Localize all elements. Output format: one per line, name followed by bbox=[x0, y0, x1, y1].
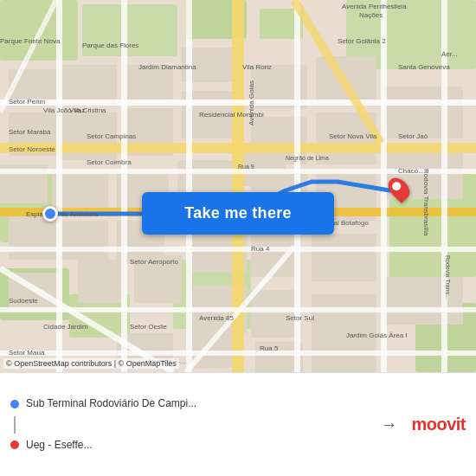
svg-text:Setor Noroeste: Setor Noroeste bbox=[9, 145, 55, 153]
svg-text:Parque das Flores: Parque das Flores bbox=[82, 42, 138, 49]
svg-text:Sudoeste: Sudoeste bbox=[9, 297, 38, 305]
svg-text:Nações: Nações bbox=[359, 11, 383, 19]
moovit-logo: moovit bbox=[411, 415, 466, 434]
origin-dot bbox=[10, 400, 19, 408]
take-me-there-label: Take me there bbox=[184, 204, 292, 222]
svg-rect-59 bbox=[121, 0, 127, 372]
svg-rect-55 bbox=[0, 247, 476, 252]
svg-text:Setor Oeste: Setor Oeste bbox=[130, 323, 167, 331]
svg-text:Cidade Jardim: Cidade Jardim bbox=[43, 323, 88, 331]
svg-text:Setor Perim: Setor Perim bbox=[9, 98, 46, 106]
svg-text:Rua 5: Rua 5 bbox=[260, 344, 279, 352]
origin-label: Sub Terminal Rodoviário De Campi... bbox=[26, 397, 196, 411]
svg-text:Setor Marabá: Setor Marabá bbox=[9, 128, 51, 136]
map-container: Avenida Goiás Setor Campinas Rua 55 Rua … bbox=[0, 0, 476, 372]
svg-rect-48 bbox=[312, 342, 376, 372]
origin-row: Sub Terminal Rodoviário De Campi... bbox=[10, 397, 366, 411]
svg-text:Negrão de Lima: Negrão de Lima bbox=[286, 155, 329, 162]
svg-text:Rua 4: Rua 4 bbox=[251, 245, 270, 253]
svg-text:Aer...: Aer... bbox=[441, 50, 458, 58]
svg-rect-58 bbox=[56, 0, 62, 372]
svg-text:Jardim Goiás Área I: Jardim Goiás Área I bbox=[346, 331, 408, 339]
svg-text:Esplanada do Anincuns: Esplanada do Anincuns bbox=[26, 210, 99, 218]
svg-rect-53 bbox=[0, 100, 476, 106]
destination-marker bbox=[390, 177, 408, 201]
svg-rect-51 bbox=[0, 143, 476, 153]
svg-rect-60 bbox=[186, 0, 192, 372]
svg-rect-14 bbox=[61, 65, 117, 104]
svg-text:Parque Fonte Nova: Parque Fonte Nova bbox=[0, 37, 61, 45]
take-me-there-button[interactable]: Take me there bbox=[142, 192, 334, 235]
svg-text:Chácó...: Chácó... bbox=[398, 167, 424, 175]
arrow-icon: → bbox=[380, 415, 397, 434]
bottom-bar: Sub Terminal Rodoviário De Campi... Ueg … bbox=[0, 372, 476, 476]
svg-text:Setor Campinas: Setor Campinas bbox=[87, 132, 136, 140]
svg-text:Avenida 85: Avenida 85 bbox=[199, 314, 234, 322]
destination-label: Ueg - Eseffe... bbox=[26, 439, 92, 453]
svg-text:Rua 9: Rua 9 bbox=[238, 164, 254, 170]
svg-rect-57 bbox=[0, 351, 476, 356]
svg-text:Setor Coimbra: Setor Coimbra bbox=[87, 158, 132, 166]
svg-text:Setor Sul: Setor Sul bbox=[286, 314, 314, 322]
origin-marker bbox=[42, 206, 58, 222]
connector-line bbox=[14, 416, 16, 434]
svg-text:Setor Mauá: Setor Mauá bbox=[9, 349, 45, 357]
route-info: Sub Terminal Rodoviário De Campi... Ueg … bbox=[10, 397, 366, 452]
svg-text:Jardim Diamantina: Jardim Diamantina bbox=[138, 63, 196, 71]
route-connector bbox=[10, 416, 19, 434]
svg-text:Setor Jaó: Setor Jaó bbox=[398, 132, 428, 140]
svg-rect-24 bbox=[9, 216, 56, 260]
svg-text:Setor Nova Vila: Setor Nova Vila bbox=[329, 132, 377, 140]
svg-text:Vila João Vaz: Vila João Vaz bbox=[43, 106, 85, 114]
svg-rect-34 bbox=[312, 234, 376, 281]
svg-rect-62 bbox=[381, 0, 387, 372]
destination-dot bbox=[10, 441, 19, 449]
map-attribution: © OpenStreetMap contributors | © OpenMap… bbox=[3, 358, 179, 369]
svg-text:Santa Genoveva: Santa Genoveva bbox=[398, 63, 450, 71]
svg-rect-25 bbox=[61, 221, 108, 260]
app: Avenida Goiás Setor Campinas Rua 55 Rua … bbox=[0, 0, 476, 476]
svg-text:Setor Aeroporto: Setor Aeroporto bbox=[130, 258, 179, 266]
svg-text:Avenida Penthesileia: Avenida Penthesileia bbox=[342, 3, 407, 10]
svg-text:Residencial Morumbi: Residencial Morumbi bbox=[199, 111, 264, 119]
svg-text:Rodovia Trans...: Rodovia Trans... bbox=[445, 255, 451, 299]
svg-rect-42 bbox=[385, 87, 463, 138]
svg-text:Rodovia Transbrasília: Rodovia Transbrasília bbox=[422, 169, 430, 236]
svg-text:Vila Roriz: Vila Roriz bbox=[242, 63, 272, 71]
destination-row: Ueg - Eseffe... bbox=[10, 439, 366, 453]
moovit-brand-name: moovit bbox=[411, 415, 466, 434]
svg-rect-28 bbox=[78, 260, 125, 303]
svg-text:Setor Goiânia 2: Setor Goiânia 2 bbox=[338, 37, 386, 45]
svg-text:Avenida Goiás: Avenida Goiás bbox=[248, 80, 255, 125]
